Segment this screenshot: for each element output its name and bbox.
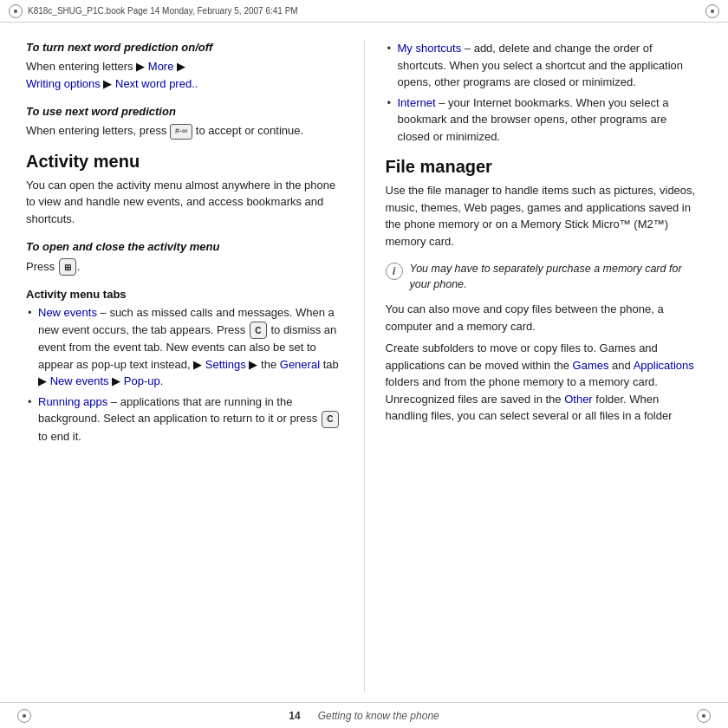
link-new-events[interactable]: New events (38, 306, 97, 319)
link-other[interactable]: Other (564, 393, 593, 406)
section-body-1: When entering letters ▶ More ▶ Writing o… (26, 58, 343, 92)
footer-center: 14 Getting to know the phone (289, 710, 439, 722)
link-new-events-2[interactable]: New events (50, 374, 109, 387)
c-key-button-2: C (322, 411, 339, 428)
activity-menu-tabs-heading: Activity menu tabs (26, 288, 343, 301)
section-title-2: To use next word prediction (26, 104, 343, 120)
content-area: To turn next word prediction on/off When… (0, 23, 728, 702)
right-column: My shortcuts – add, delete and change th… (365, 40, 703, 693)
file-manager-heading: File manager (386, 157, 703, 177)
section-file-manager-2: You can also move and copy files between… (386, 301, 703, 425)
activity-menu-tabs-list: New events – such as missed calls and me… (26, 304, 343, 445)
file-manager-body: Use the file manager to handle items suc… (386, 182, 703, 250)
hash-key-button: #-∞ (170, 124, 192, 140)
link-games[interactable]: Games (573, 359, 609, 372)
c-key-button-1: C (250, 322, 267, 339)
footer-corner-right-circle (697, 709, 711, 723)
section-body-3: Press ⊞. (26, 258, 343, 276)
header-corner-left: K818c_SHUG_P1C.book Page 14 Monday, Febr… (9, 4, 298, 18)
header-title: K818c_SHUG_P1C.book Page 14 Monday, Febr… (28, 6, 298, 16)
list-item-running-apps: Running apps – applications that are run… (26, 393, 343, 445)
link-general-tab[interactable]: General (280, 358, 320, 371)
more-bullets-list: My shortcuts – add, delete and change th… (386, 40, 703, 145)
section-more-bullets: My shortcuts – add, delete and change th… (386, 40, 703, 145)
footer-right (697, 709, 711, 723)
link-running-apps[interactable]: Running apps (38, 395, 107, 408)
info-note: i You may have to separately purchase a … (386, 262, 703, 292)
list-item-my-shortcuts: My shortcuts – add, delete and change th… (386, 40, 703, 91)
section-file-manager: File manager Use the file manager to han… (386, 157, 703, 250)
link-my-shortcuts[interactable]: My shortcuts (398, 42, 462, 55)
corner-decoration-left (9, 4, 23, 18)
activity-menu-heading: Activity menu (26, 152, 343, 172)
section-use-word-prediction: To use next word prediction When enterin… (26, 104, 343, 140)
corner-decoration-right (705, 4, 719, 18)
section-open-close-activity: To open and close the activity menu Pres… (26, 239, 343, 276)
page-number: 14 (289, 710, 300, 722)
list-item-new-events: New events – such as missed calls and me… (26, 304, 343, 390)
section-turn-word-prediction: To turn next word prediction on/off When… (26, 40, 343, 92)
link-writing-options[interactable]: Writing options (26, 77, 101, 90)
info-note-text: You may have to separately purchase a me… (410, 262, 703, 292)
list-item-internet: Internet – your Internet bookmarks. When… (386, 94, 703, 146)
left-column: To turn next word prediction on/off When… (26, 40, 365, 693)
activity-menu-body: You can open the activity menu almost an… (26, 177, 343, 228)
footer-left (17, 709, 31, 723)
footer-section-label: Getting to know the phone (318, 710, 439, 722)
section-activity-menu-tabs: Activity menu tabs New events – such as … (26, 288, 343, 445)
section-title-1: To turn next word prediction on/off (26, 40, 343, 55)
file-manager-body-3: Create subfolders to move or copy files … (386, 340, 703, 425)
page: K818c_SHUG_P1C.book Page 14 Monday, Febr… (0, 0, 728, 728)
footer-corner-left-circle (17, 709, 31, 723)
section-title-3: To open and close the activity menu (26, 239, 343, 255)
link-popup[interactable]: Pop-up (124, 374, 160, 387)
link-next-word-pred[interactable]: Next word pred. (115, 77, 195, 90)
link-more[interactable]: More (148, 60, 174, 73)
footer-bar: 14 Getting to know the phone (0, 702, 728, 728)
link-internet[interactable]: Internet (398, 96, 436, 109)
section-body-2: When entering letters, press #-∞ to acce… (26, 122, 343, 140)
activity-key-button: ⊞ (59, 258, 76, 276)
section-activity-menu: Activity menu You can open the activity … (26, 152, 343, 228)
file-manager-body-2: You can also move and copy files between… (386, 301, 703, 335)
info-icon: i (386, 263, 403, 280)
link-settings[interactable]: Settings (205, 358, 246, 371)
header-bar: K818c_SHUG_P1C.book Page 14 Monday, Febr… (0, 0, 728, 23)
link-applications[interactable]: Applications (634, 359, 694, 372)
